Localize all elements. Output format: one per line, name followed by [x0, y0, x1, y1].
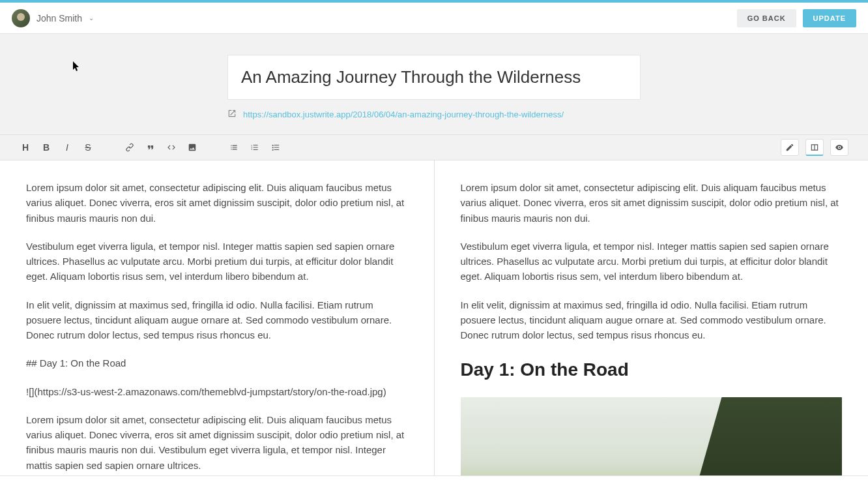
view-mode-buttons — [781, 139, 848, 156]
format-tools: H B I S — [20, 142, 282, 153]
username: John Smith — [36, 13, 82, 23]
split-mode-button[interactable] — [805, 139, 824, 156]
post-url-row: https://sandbox.justwrite.app/2018/06/04… — [227, 109, 641, 120]
top-bar: John Smith ⌄ GO BACK UPDATE — [0, 3, 868, 34]
post-title-input[interactable] — [241, 67, 627, 87]
italic-icon[interactable]: I — [61, 142, 73, 153]
user-menu[interactable]: John Smith ⌄ — [12, 9, 94, 27]
preview-paragraph: Lorem ipsum dolor sit amet, consectetur … — [461, 180, 843, 226]
edit-mode-button[interactable] — [781, 139, 799, 156]
external-link-icon — [227, 109, 237, 120]
footer: just write © 2018 <justwrite.app> 1.0.0 … — [0, 475, 868, 482]
editor-container: Lorem ipsum dolor sit amet, consectetur … — [0, 160, 868, 475]
ul-icon[interactable] — [228, 142, 240, 153]
go-back-button[interactable]: GO BACK — [737, 9, 796, 27]
preview-pane[interactable]: Lorem ipsum dolor sit amet, consectetur … — [435, 160, 869, 475]
ol-icon[interactable] — [249, 142, 261, 153]
update-button[interactable]: UPDATE — [803, 9, 856, 27]
preview-paragraph: In elit velit, dignissim at maximus sed,… — [461, 297, 843, 343]
title-box — [227, 55, 641, 100]
markdown-pane[interactable]: Lorem ipsum dolor sit amet, consectetur … — [0, 160, 435, 475]
strikethrough-icon[interactable]: S — [82, 142, 94, 153]
title-area: https://sandbox.justwrite.app/2018/06/04… — [0, 34, 868, 134]
heading-icon[interactable]: H — [20, 142, 31, 153]
preview-image — [461, 397, 843, 475]
preview-paragraph: Vestibulum eget viverra ligula, et tempo… — [461, 239, 843, 284]
md-image: ![](https://s3-us-west-2.amazonaws.com/t… — [26, 384, 408, 399]
preview-heading: Day 1: On the Road — [461, 355, 843, 384]
quote-icon[interactable] — [145, 142, 156, 153]
preview-mode-button[interactable] — [830, 139, 848, 156]
md-paragraph: Vestibulum eget viverra ligula, et tempo… — [26, 239, 408, 284]
checklist-icon[interactable] — [270, 142, 282, 153]
header-actions: GO BACK UPDATE — [737, 9, 856, 27]
avatar — [12, 9, 30, 27]
md-paragraph: Lorem ipsum dolor sit amet, consectetur … — [26, 180, 408, 226]
bold-icon[interactable]: B — [40, 142, 52, 153]
chevron-down-icon: ⌄ — [89, 14, 94, 22]
link-icon[interactable] — [124, 142, 136, 153]
image-icon[interactable] — [186, 142, 198, 153]
post-url-link[interactable]: https://sandbox.justwrite.app/2018/06/04… — [243, 110, 564, 119]
md-paragraph: In elit velit, dignissim at maximus sed,… — [26, 297, 408, 343]
editor-toolbar: H B I S — [0, 134, 868, 160]
code-icon[interactable] — [166, 142, 177, 153]
md-paragraph: Lorem ipsum dolor sit amet, consectetur … — [26, 412, 408, 473]
md-heading: ## Day 1: On the Road — [26, 355, 408, 370]
